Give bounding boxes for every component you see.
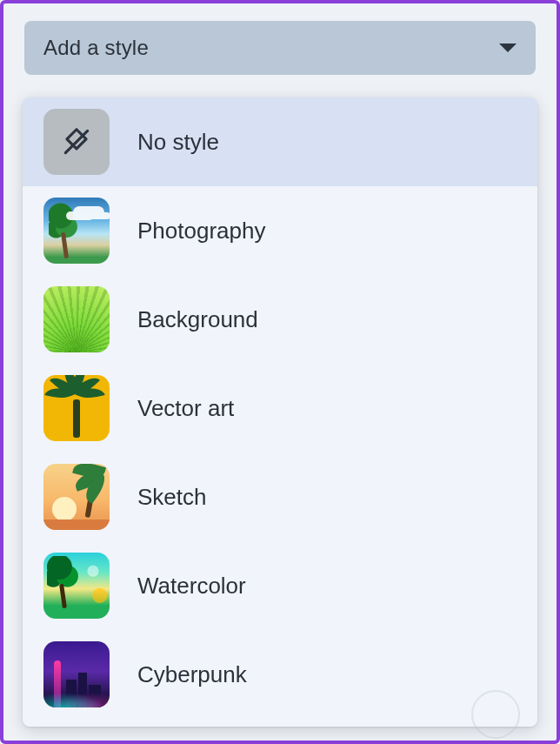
- style-option-label: No style: [137, 129, 219, 156]
- caret-down-icon: [499, 44, 517, 52]
- partial-circle-icon: [471, 690, 520, 739]
- style-option-sketch[interactable]: Sketch: [23, 452, 537, 541]
- style-option-vector-art[interactable]: Vector art: [23, 364, 537, 452]
- watercolor-thumbnail-icon: [43, 553, 110, 619]
- style-option-label: Watercolor: [137, 573, 246, 600]
- style-dropdown-label: Add a style: [43, 36, 149, 60]
- app-frame: Add a style No style Photography Backgro…: [0, 0, 560, 744]
- style-option-watercolor[interactable]: Watercolor: [23, 541, 537, 630]
- photography-thumbnail-icon: [43, 198, 110, 264]
- style-option-label: Photography: [137, 218, 265, 245]
- style-option-photography[interactable]: Photography: [23, 186, 537, 275]
- sketch-thumbnail-icon: [43, 464, 110, 530]
- style-option-label: Vector art: [137, 395, 234, 422]
- no-style-icon: [43, 109, 110, 175]
- style-dropdown-panel: No style Photography Background Vector a…: [23, 97, 537, 727]
- cyberpunk-thumbnail-icon: [43, 641, 110, 707]
- vector-art-thumbnail-icon: [43, 375, 110, 441]
- style-option-label: Background: [137, 306, 258, 333]
- background-thumbnail-icon: [43, 286, 110, 352]
- style-dropdown-trigger[interactable]: Add a style: [24, 21, 536, 75]
- style-option-background[interactable]: Background: [23, 275, 537, 364]
- style-option-label: Cyberpunk: [137, 661, 247, 688]
- style-option-no-style[interactable]: No style: [23, 97, 537, 186]
- style-option-cyberpunk[interactable]: Cyberpunk: [23, 630, 537, 719]
- style-option-label: Sketch: [137, 484, 207, 511]
